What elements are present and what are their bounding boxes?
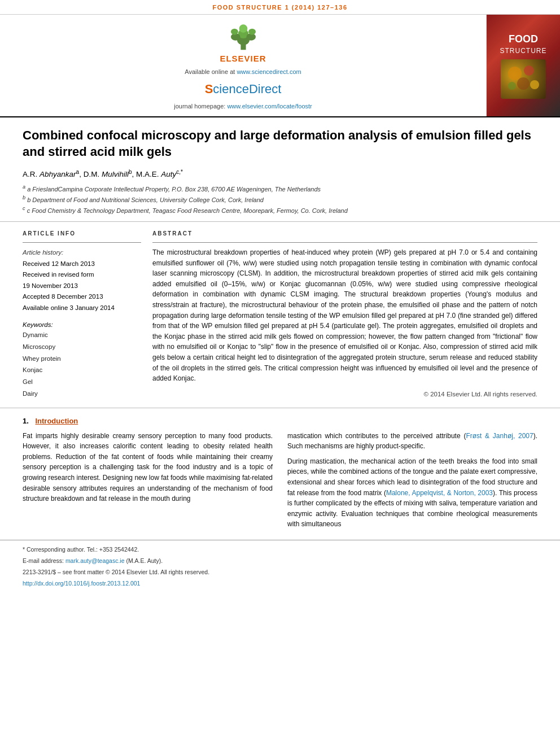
svg-point-11 bbox=[530, 80, 539, 89]
received-revised-date: 19 November 2013 bbox=[23, 281, 141, 292]
header-right: FOOD STRUCTURE bbox=[487, 15, 560, 116]
journal-homepage: journal homepage: www.elsevier.com/locat… bbox=[174, 102, 312, 111]
affiliations: a a FrieslandCampina Corporate Intellect… bbox=[23, 184, 537, 215]
abstract-col: ABSTRACT The microstructural breakdown p… bbox=[152, 230, 537, 400]
svg-point-3 bbox=[239, 25, 247, 33]
history-label: Article history: bbox=[23, 247, 141, 259]
kw-microscopy: Microscopy bbox=[23, 341, 141, 353]
available-online-text: Available online at www.sciencedirect.co… bbox=[185, 68, 301, 76]
svg-point-6 bbox=[231, 29, 238, 35]
sciencedirect-brand: ScienceDirect bbox=[205, 81, 282, 98]
header-area: ELSEVIER Available online at www.science… bbox=[0, 15, 560, 117]
food-image-icon bbox=[504, 62, 543, 96]
article-history: Article history: Received 12 March 2013 … bbox=[23, 247, 141, 313]
sciencedirect-url[interactable]: www.sciencedirect.com bbox=[237, 68, 301, 75]
divider bbox=[23, 242, 141, 243]
copyright-line: © 2014 Elsevier Ltd. All rights reserved… bbox=[152, 390, 537, 399]
abstract-label: ABSTRACT bbox=[152, 230, 537, 238]
kw-gel: Gel bbox=[23, 376, 141, 388]
affil-b: b b Department of Food and Nutritional S… bbox=[23, 194, 537, 204]
authors-line: A.R. Abhyankara, D.M. Mulvihillb, M.A.E.… bbox=[23, 168, 537, 180]
intro-right-para1: mastication which contributes to the per… bbox=[287, 431, 537, 452]
author-abhyankar: A.R. Abhyankara, bbox=[23, 170, 81, 178]
author-auty: M.A.E. Autyc,* bbox=[136, 170, 183, 178]
kw-dairy: Dairy bbox=[23, 388, 141, 400]
abstract-text: The microstructural breakdown properties… bbox=[152, 247, 537, 384]
kw-dynamic: Dynamic bbox=[23, 329, 141, 341]
article-info-label: ARTICLE INFO bbox=[23, 230, 141, 238]
intro-right-para2: During mastication, the mechanical actio… bbox=[287, 456, 537, 530]
kw-konjac: Konjac bbox=[23, 364, 141, 376]
journal-bar: FOOD STRUCTURE 1 (2014) 127–136 bbox=[0, 0, 560, 15]
body-section: 1. Introduction Fat imparts highly desir… bbox=[0, 408, 560, 540]
elsevier-tree-icon bbox=[224, 20, 263, 51]
received-date: Received 12 March 2013 bbox=[23, 259, 141, 270]
intro-heading: 1. Introduction bbox=[23, 416, 537, 426]
article-info-col: ARTICLE INFO Article history: Received 1… bbox=[23, 230, 141, 400]
elsevier-logo-area: ELSEVIER bbox=[220, 20, 266, 64]
intro-col-left: Fat imparts highly desirable creamy sens… bbox=[23, 431, 273, 534]
affil-c: c c Food Chemistry & Technology Departme… bbox=[23, 205, 537, 215]
elsevier-label: ELSEVIER bbox=[220, 53, 266, 64]
email-link[interactable]: mark.auty@teagasc.ie bbox=[65, 557, 125, 564]
intro-col-right: mastication which contributes to the per… bbox=[287, 431, 537, 534]
title-section: Combined confocal microscopy and large d… bbox=[0, 117, 560, 222]
journal-title: FOOD STRUCTURE 1 (2014) 127–136 bbox=[212, 4, 347, 11]
doi-link[interactable]: http://dx.doi.org/10.1016/j.foostr.2013.… bbox=[23, 580, 140, 587]
svg-point-10 bbox=[517, 77, 530, 90]
corresponding-author-footnote: * Corresponding author. Tel.: +353 25424… bbox=[23, 545, 537, 555]
page: FOOD STRUCTURE 1 (2014) 127–136 ELSEVIER bbox=[0, 0, 560, 747]
kw-whey-protein: Whey protein bbox=[23, 353, 141, 365]
malone-ref-link[interactable]: Malone, Appelqvist, & Norton, 2003 bbox=[386, 489, 493, 497]
svg-point-7 bbox=[248, 29, 256, 35]
journal-homepage-link[interactable]: www.elsevier.com/locate/foostr bbox=[227, 103, 312, 110]
keywords-label: Keywords: bbox=[23, 320, 141, 329]
received-revised-label: Received in revised form bbox=[23, 269, 141, 281]
intro-left-para: Fat imparts highly desirable creamy sens… bbox=[23, 431, 273, 504]
svg-point-12 bbox=[508, 82, 516, 90]
article-info-abstract: ARTICLE INFO Article history: Received 1… bbox=[0, 222, 560, 408]
doi-line: http://dx.doi.org/10.1016/j.foostr.2013.… bbox=[23, 579, 537, 589]
food-structure-badge: FOOD STRUCTURE bbox=[500, 32, 547, 56]
article-title: Combined confocal microscopy and large d… bbox=[23, 128, 537, 160]
author-mulvihill: D.M. Mulvihillb, bbox=[84, 170, 134, 178]
keywords-section: Keywords: Dynamic Microscopy Whey protei… bbox=[23, 320, 141, 399]
header-left: ELSEVIER Available online at www.science… bbox=[0, 15, 487, 116]
keywords-list: Dynamic Microscopy Whey protein Konjac G… bbox=[23, 329, 141, 399]
svg-point-9 bbox=[524, 65, 534, 76]
svg-point-8 bbox=[508, 67, 522, 80]
accepted-date: Accepted 8 December 2013 bbox=[23, 291, 141, 303]
issn-line: 2213-3291/$ – see front matter © 2014 El… bbox=[23, 567, 537, 578]
frost-ref-link[interactable]: Frøst & Janhøj, 2007 bbox=[466, 432, 533, 440]
email-footnote: E-mail address: mark.auty@teagasc.ie (M.… bbox=[23, 556, 537, 566]
intro-columns: Fat imparts highly desirable creamy sens… bbox=[23, 431, 537, 534]
available-online-date: Available online 3 January 2014 bbox=[23, 303, 141, 314]
food-image bbox=[501, 59, 546, 99]
footer-area: * Corresponding author. Tel.: +353 25424… bbox=[0, 540, 560, 595]
affil-a: a a FrieslandCampina Corporate Intellect… bbox=[23, 184, 537, 194]
abstract-divider bbox=[152, 242, 537, 243]
